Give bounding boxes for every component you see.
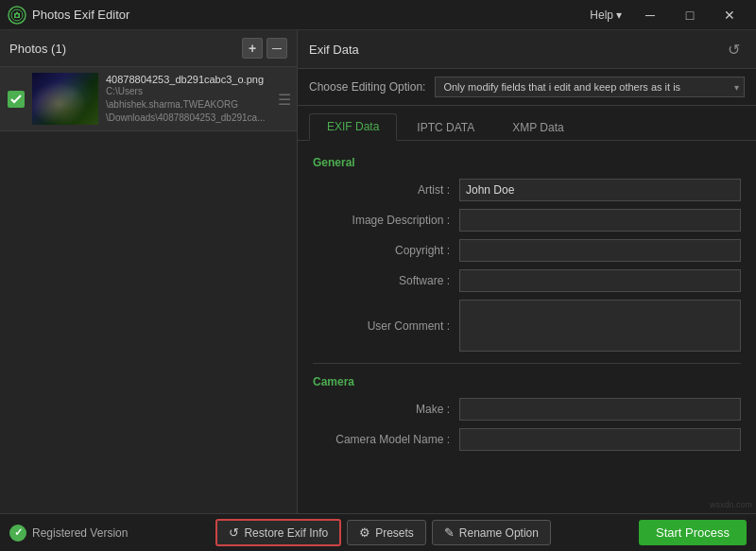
right-panel: Exif Data ↺ Choose Editing Option: Only … xyxy=(298,30,756,513)
chevron-down-icon: ▾ xyxy=(616,9,622,22)
title-bar-left: Photos Exif Editor xyxy=(8,6,129,25)
exif-title: Exif Data xyxy=(309,43,359,57)
title-bar: Photos Exif Editor Help ▾ ─ □ ✕ xyxy=(0,0,756,30)
presets-icon: ⚙ xyxy=(359,525,370,540)
photo-menu-icon[interactable]: ☰ xyxy=(278,90,291,108)
software-label: Software : xyxy=(313,274,459,287)
user-comment-textarea[interactable] xyxy=(459,300,741,352)
left-panel: Photos (1) + ─ 40878804253_db291cabc3_o.… xyxy=(0,30,298,513)
artist-label: Artist : xyxy=(313,183,459,197)
tab-exif-data[interactable]: EXIF Data xyxy=(309,113,397,141)
rename-option-button[interactable]: ✎ Rename Option xyxy=(432,520,551,545)
photo-name: 40878804253_db291cabc3_o.png xyxy=(106,74,289,85)
image-description-input[interactable] xyxy=(459,209,741,232)
user-comment-label: User Comment : xyxy=(313,319,459,333)
header-buttons: + ─ xyxy=(242,38,287,59)
bottom-left: ✓ Registered Version xyxy=(9,525,128,542)
form-area: General Artist : Image Description : Cop… xyxy=(298,141,756,513)
make-row: Make : xyxy=(313,398,741,421)
help-button[interactable]: Help ▾ xyxy=(582,7,629,24)
checkmark-icon xyxy=(10,95,22,104)
photos-header: Photos (1) + ─ xyxy=(0,30,297,67)
editing-option-wrapper: Only modify fields that i edit and keep … xyxy=(435,77,745,97)
tab-xmp-data[interactable]: XMP Data xyxy=(494,114,581,140)
camera-section-title: Camera xyxy=(313,375,741,388)
photos-title: Photos (1) xyxy=(9,42,66,56)
editing-option-select[interactable]: Only modify fields that i edit and keep … xyxy=(435,77,745,97)
software-row: Software : xyxy=(313,269,741,292)
tabs-bar: EXIF Data IPTC DATA XMP Data xyxy=(298,106,756,141)
copyright-label: Copyright : xyxy=(313,244,459,257)
main-layout: Photos (1) + ─ 40878804253_db291cabc3_o.… xyxy=(0,30,756,513)
restore-exif-button[interactable]: ↺ Restore Exif Info xyxy=(215,519,341,546)
minimize-button[interactable]: ─ xyxy=(631,2,669,28)
make-label: Make : xyxy=(313,403,459,416)
svg-point-2 xyxy=(16,14,19,17)
section-divider xyxy=(313,363,741,364)
camera-model-row: Camera Model Name : xyxy=(313,428,741,451)
start-process-button[interactable]: Start Process xyxy=(639,520,747,545)
image-description-row: Image Description : xyxy=(313,209,741,232)
close-button[interactable]: ✕ xyxy=(711,2,748,28)
photo-checkbox[interactable] xyxy=(8,91,25,108)
registered-text: Registered Version xyxy=(32,526,128,540)
bottom-bar: ✓ Registered Version ↺ Restore Exif Info… xyxy=(0,513,756,551)
rename-icon: ✎ xyxy=(444,525,455,540)
watermark: wsxdn.com xyxy=(710,500,752,509)
photo-thumbnail xyxy=(32,73,98,125)
app-title: Photos Exif Editor xyxy=(32,8,129,22)
camera-model-input[interactable] xyxy=(459,428,741,451)
copyright-row: Copyright : xyxy=(313,239,741,262)
copyright-input[interactable] xyxy=(459,239,741,262)
editing-option-label: Choose Editing Option: xyxy=(309,80,425,94)
photo-path: C:\Users \abhishek.sharma.TWEAKORG \Down… xyxy=(106,85,289,125)
photo-item[interactable]: 40878804253_db291cabc3_o.png C:\Users \a… xyxy=(0,67,297,131)
artist-row: Artist : xyxy=(313,179,741,201)
refresh-button[interactable]: ↺ xyxy=(722,38,745,60)
app-icon xyxy=(8,6,26,25)
title-bar-right: Help ▾ ─ □ ✕ xyxy=(582,2,748,28)
registered-icon: ✓ xyxy=(9,525,26,542)
restore-icon: ↺ xyxy=(229,525,239,540)
artist-input[interactable] xyxy=(459,179,741,201)
exif-header: Exif Data ↺ xyxy=(298,30,756,69)
bottom-center-buttons: ↺ Restore Exif Info ⚙ Presets ✎ Rename O… xyxy=(215,519,550,546)
general-section-title: General xyxy=(313,156,741,169)
maximize-button[interactable]: □ xyxy=(671,2,709,28)
camera-model-label: Camera Model Name : xyxy=(313,433,459,446)
image-description-label: Image Description : xyxy=(313,214,459,227)
make-input[interactable] xyxy=(459,398,741,421)
editing-option-bar: Choose Editing Option: Only modify field… xyxy=(298,69,756,106)
software-input[interactable] xyxy=(459,269,741,292)
tab-iptc-data[interactable]: IPTC DATA xyxy=(399,114,492,140)
photo-info: 40878804253_db291cabc3_o.png C:\Users \a… xyxy=(106,74,289,125)
add-photo-button[interactable]: + xyxy=(242,38,263,59)
remove-photo-button[interactable]: ─ xyxy=(266,38,287,59)
user-comment-row: User Comment : xyxy=(313,300,741,352)
presets-button[interactable]: ⚙ Presets xyxy=(347,520,426,545)
